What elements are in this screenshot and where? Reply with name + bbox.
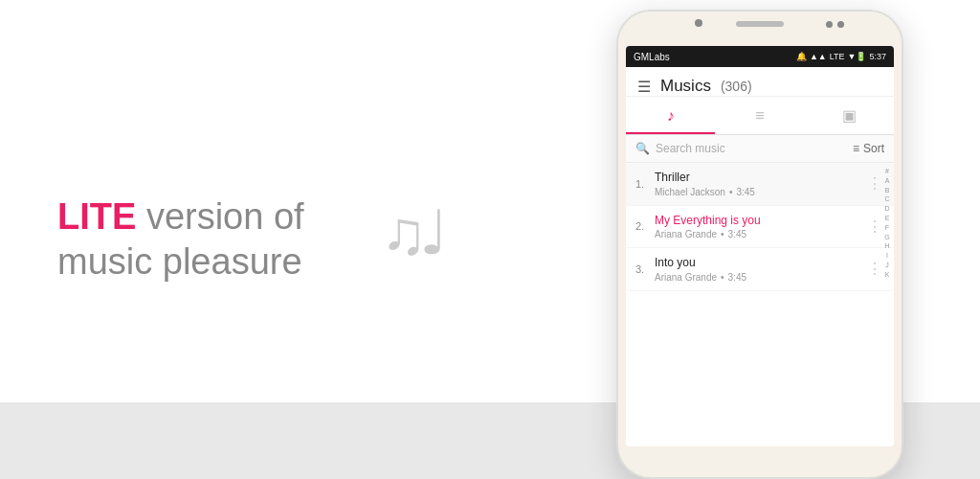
alpha-d[interactable]: D [884, 204, 889, 214]
dot-1: • [729, 187, 733, 197]
playlists-tab-icon: ≡ [755, 107, 764, 125]
song-title-1: Thriller [655, 171, 865, 186]
tab-playlists[interactable]: ≡ [715, 97, 804, 134]
tab-folders[interactable]: ▣ [805, 97, 894, 134]
app-header: ☰ Musics (306) [626, 67, 894, 97]
song-meta-1: Michael Jackson • 3:45 [655, 187, 865, 197]
search-left: 🔍 Search music [635, 142, 725, 155]
sort-icon: ≡ [853, 142, 859, 155]
alpha-hash[interactable]: # [885, 167, 889, 176]
song-title-2: My Everything is you [655, 214, 865, 229]
song-number-2: 2. [635, 220, 651, 232]
status-time: 5:37 [869, 52, 886, 61]
phone-dot-2 [837, 21, 844, 28]
alpha-a[interactable]: A [885, 176, 890, 186]
app-title: Musics [660, 77, 711, 96]
song-duration-1: 3:45 [736, 187, 754, 197]
song-info-2: My Everything is you Ariana Grande • 3:4… [655, 214, 865, 240]
alpha-h[interactable]: H [884, 241, 889, 251]
phone-mockup: GMLabs 🔔 ▲▲ LTE ▼🔋 5:37 ☰ Musics (306) ♪ [616, 10, 903, 479]
alphabet-index[interactable]: # A B C D E F G H I J K [880, 163, 894, 446]
song-artist-2: Ariana Grande [655, 229, 717, 240]
hamburger-icon[interactable]: ☰ [637, 78, 651, 96]
status-bar-right: 🔔 ▲▲ LTE ▼🔋 5:37 [796, 52, 886, 61]
song-count: (306) [721, 79, 752, 94]
vibrate-icon: 🔔 [796, 52, 807, 61]
song-info-3: Into you Ariana Grande • 3:45 [655, 256, 865, 283]
lte-label: LTE [830, 52, 845, 61]
phone-speaker [736, 21, 784, 27]
song-number-1: 1. [635, 178, 651, 190]
phone-camera [695, 19, 702, 27]
song-artist-1: Michael Jackson [655, 187, 725, 197]
song-item-1[interactable]: 1. Thriller Michael Jackson • 3:45 ⋮ [626, 163, 894, 206]
dot-3: • [721, 272, 724, 283]
alpha-i[interactable]: I [886, 251, 888, 261]
song-title-3: Into you [655, 256, 865, 271]
song-meta-3: Ariana Grande • 3:45 [655, 272, 865, 283]
status-app-name: GMLabs [634, 52, 670, 62]
phone-bottom-bar [618, 454, 902, 477]
music-notes-decoration: ♫♩ [381, 197, 440, 268]
song-number-3: 3. [635, 263, 651, 275]
status-bar: GMLabs 🔔 ▲▲ LTE ▼🔋 5:37 [626, 46, 894, 67]
song-artist-3: Ariana Grande [655, 272, 717, 283]
sort-label: Sort [863, 142, 884, 155]
alpha-c[interactable]: C [884, 194, 889, 204]
tagline-lite: LITE [57, 196, 136, 237]
alpha-k[interactable]: K [885, 270, 890, 280]
signal-icon: ▲▲ [810, 52, 827, 61]
music-note-icon: ♫♩ [381, 198, 440, 267]
song-meta-2: Ariana Grande • 3:45 [655, 229, 865, 240]
phone-top-bar [618, 11, 902, 46]
phone-dot-1 [826, 21, 833, 28]
tab-bar: ♪ ≡ ▣ [626, 97, 894, 135]
sort-button[interactable]: ≡ Sort [853, 142, 884, 155]
song-item-3[interactable]: 3. Into you Ariana Grande • 3:45 ⋮ [626, 248, 894, 291]
phone-outer: GMLabs 🔔 ▲▲ LTE ▼🔋 5:37 ☰ Musics (306) ♪ [616, 10, 903, 479]
phone-dots [826, 21, 844, 28]
search-bar[interactable]: 🔍 Search music ≡ Sort [626, 135, 894, 163]
left-section: LITE version ofmusic pleasure ♫♩ [0, 0, 498, 479]
alpha-j[interactable]: J [885, 261, 889, 270]
tab-songs[interactable]: ♪ [626, 97, 715, 134]
search-icon: 🔍 [635, 142, 650, 155]
song-item-2[interactable]: 2. My Everything is you Ariana Grande • … [626, 206, 894, 249]
alpha-g[interactable]: G [884, 233, 889, 242]
song-duration-3: 3:45 [728, 272, 746, 283]
dot-2: • [721, 229, 724, 240]
phone-screen: GMLabs 🔔 ▲▲ LTE ▼🔋 5:37 ☰ Musics (306) ♪ [626, 46, 894, 446]
songs-tab-icon: ♪ [667, 107, 675, 125]
alpha-e[interactable]: E [885, 214, 890, 223]
song-duration-2: 3:45 [728, 229, 746, 240]
song-info-1: Thriller Michael Jackson • 3:45 [655, 171, 865, 197]
alpha-f[interactable]: F [885, 223, 889, 233]
search-placeholder: Search music [656, 142, 725, 155]
folders-tab-icon: ▣ [842, 106, 857, 125]
alpha-b[interactable]: B [885, 186, 890, 195]
battery-icon: ▼🔋 [848, 52, 867, 61]
song-list: 1. Thriller Michael Jackson • 3:45 ⋮ 2. [626, 163, 894, 446]
